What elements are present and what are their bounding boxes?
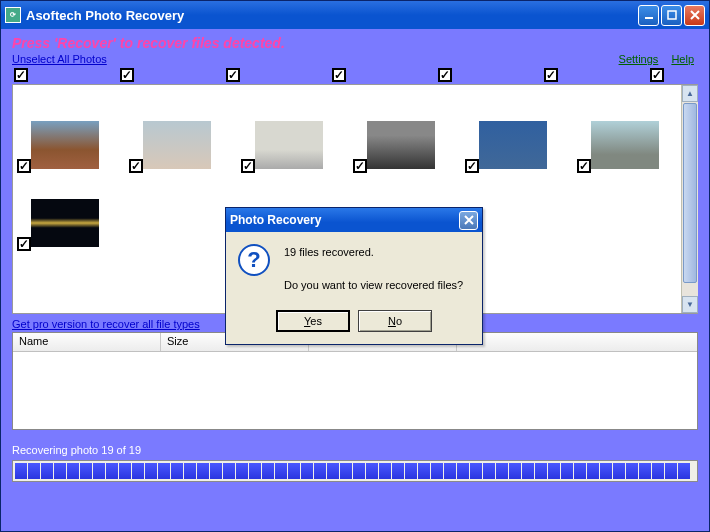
- top-checkbox-row: ✓✓✓✓✓✓✓: [12, 68, 698, 82]
- photo-image: [367, 121, 435, 169]
- progress-segment: [275, 463, 287, 479]
- photo-thumbnail[interactable]: ✓: [31, 121, 101, 169]
- maximize-button[interactable]: [661, 5, 682, 26]
- progress-segment: [106, 463, 118, 479]
- photo-checkbox[interactable]: ✓: [129, 159, 143, 173]
- scroll-down-arrow[interactable]: ▼: [682, 296, 698, 313]
- photo-image: [31, 121, 99, 169]
- photo-checkbox[interactable]: ✓: [226, 68, 240, 82]
- progress-segment: [457, 463, 469, 479]
- progress-segment: [470, 463, 482, 479]
- photo-checkbox[interactable]: ✓: [353, 159, 367, 173]
- dialog-message-2: Do you want to view recovered files?: [284, 277, 463, 294]
- vertical-scrollbar[interactable]: ▲ ▼: [681, 85, 698, 313]
- scroll-up-arrow[interactable]: ▲: [682, 85, 698, 102]
- progress-segment: [301, 463, 313, 479]
- photo-image: [143, 121, 211, 169]
- confirmation-dialog: Photo Recovery ? 19 files recovered. Do …: [225, 207, 483, 345]
- progress-segment: [15, 463, 27, 479]
- titlebar: ⟳ Asoftech Photo Recovery: [1, 1, 709, 29]
- column-header-empty: [457, 333, 697, 351]
- progress-segment: [574, 463, 586, 479]
- dialog-close-button[interactable]: [459, 211, 478, 230]
- progress-segment: [405, 463, 417, 479]
- question-icon: ?: [238, 244, 270, 276]
- photo-checkbox[interactable]: ✓: [17, 237, 31, 251]
- progress-segment: [93, 463, 105, 479]
- unselect-all-link[interactable]: Unselect All Photos: [12, 53, 107, 65]
- progress-segment: [366, 463, 378, 479]
- dialog-message-1: 19 files recovered.: [284, 244, 463, 261]
- photo-thumbnail[interactable]: ✓: [591, 121, 661, 169]
- progress-bar: [12, 460, 698, 482]
- progress-segment: [171, 463, 183, 479]
- app-window: ⟳ Asoftech Photo Recovery Press 'Recover…: [0, 0, 710, 532]
- progress-segment: [496, 463, 508, 479]
- photo-checkbox[interactable]: ✓: [120, 68, 134, 82]
- progress-segment: [262, 463, 274, 479]
- progress-segment: [197, 463, 209, 479]
- photo-checkbox[interactable]: ✓: [577, 159, 591, 173]
- progress-segment: [652, 463, 664, 479]
- progress-segment: [132, 463, 144, 479]
- progress-segment: [626, 463, 638, 479]
- progress-segment: [561, 463, 573, 479]
- file-table: Name Size Extension: [12, 332, 698, 430]
- photo-checkbox[interactable]: ✓: [17, 159, 31, 173]
- progress-segment: [184, 463, 196, 479]
- progress-segment: [119, 463, 131, 479]
- photo-checkbox[interactable]: ✓: [465, 159, 479, 173]
- help-link[interactable]: Help: [671, 53, 694, 65]
- yes-button[interactable]: Yes: [276, 310, 350, 332]
- photo-checkbox[interactable]: ✓: [438, 68, 452, 82]
- close-button[interactable]: [684, 5, 705, 26]
- settings-link[interactable]: Settings: [619, 53, 659, 65]
- svg-rect-1: [668, 11, 676, 19]
- progress-segment: [327, 463, 339, 479]
- progress-segment: [379, 463, 391, 479]
- progress-segment: [639, 463, 651, 479]
- photo-checkbox[interactable]: ✓: [332, 68, 346, 82]
- progress-segment: [236, 463, 248, 479]
- photo-thumbnail[interactable]: ✓: [31, 199, 101, 247]
- thumbnail-row: ✓✓✓✓✓✓: [21, 121, 673, 169]
- photo-image: [591, 121, 659, 169]
- progress-segment: [678, 463, 690, 479]
- no-button[interactable]: No: [358, 310, 432, 332]
- photo-checkbox[interactable]: ✓: [241, 159, 255, 173]
- photo-image: [479, 121, 547, 169]
- scroll-thumb[interactable]: [683, 103, 697, 283]
- progress-segment: [600, 463, 612, 479]
- pro-version-link[interactable]: Get pro version to recover all file type…: [12, 318, 200, 330]
- photo-thumbnail[interactable]: ✓: [255, 121, 325, 169]
- photo-thumbnail[interactable]: ✓: [143, 121, 213, 169]
- status-text: Recovering photo 19 of 19: [12, 444, 698, 456]
- progress-segment: [431, 463, 443, 479]
- photo-checkbox[interactable]: ✓: [14, 68, 28, 82]
- column-header-name[interactable]: Name: [13, 333, 161, 351]
- progress-segment: [613, 463, 625, 479]
- progress-segment: [483, 463, 495, 479]
- minimize-button[interactable]: [638, 5, 659, 26]
- photo-thumbnail[interactable]: ✓: [367, 121, 437, 169]
- photo-image: [255, 121, 323, 169]
- progress-segment: [80, 463, 92, 479]
- progress-segment: [288, 463, 300, 479]
- progress-segment: [353, 463, 365, 479]
- progress-segment: [392, 463, 404, 479]
- instruction-text: Press 'Recover' to recover files detecte…: [12, 35, 698, 51]
- progress-segment: [587, 463, 599, 479]
- svg-rect-0: [645, 17, 653, 19]
- progress-segment: [444, 463, 456, 479]
- progress-segment: [41, 463, 53, 479]
- progress-segment: [210, 463, 222, 479]
- app-icon: ⟳: [5, 7, 21, 23]
- progress-segment: [314, 463, 326, 479]
- photo-checkbox[interactable]: ✓: [650, 68, 664, 82]
- progress-segment: [67, 463, 79, 479]
- progress-segment: [665, 463, 677, 479]
- progress-segment: [223, 463, 235, 479]
- progress-segment: [145, 463, 157, 479]
- photo-thumbnail[interactable]: ✓: [479, 121, 549, 169]
- photo-checkbox[interactable]: ✓: [544, 68, 558, 82]
